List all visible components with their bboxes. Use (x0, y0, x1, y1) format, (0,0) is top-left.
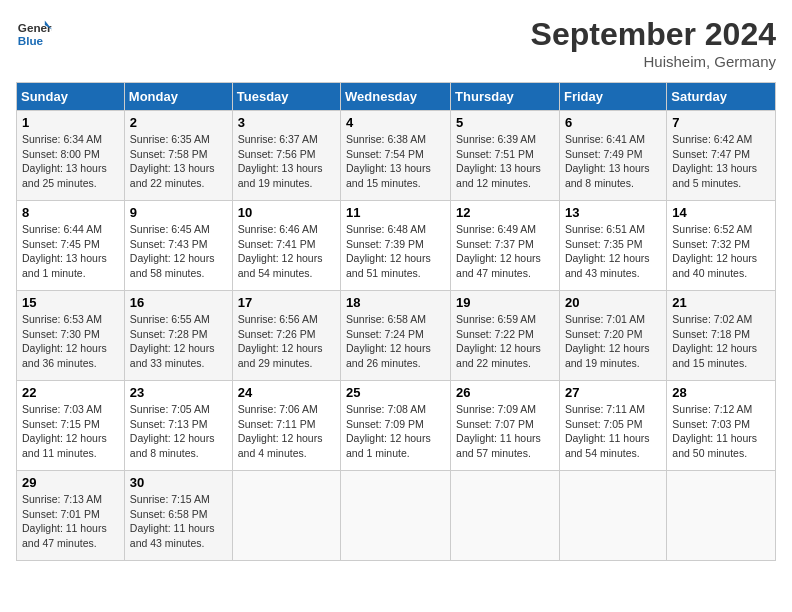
day-cell (232, 471, 340, 561)
day-cell: 24Sunrise: 7:06 AMSunset: 7:11 PMDayligh… (232, 381, 340, 471)
day-cell: 4Sunrise: 6:38 AMSunset: 7:54 PMDaylight… (341, 111, 451, 201)
day-cell: 1Sunrise: 6:34 AMSunset: 8:00 PMDaylight… (17, 111, 125, 201)
day-cell (451, 471, 560, 561)
col-monday: Monday (124, 83, 232, 111)
day-cell: 19Sunrise: 6:59 AMSunset: 7:22 PMDayligh… (451, 291, 560, 381)
day-cell: 11Sunrise: 6:48 AMSunset: 7:39 PMDayligh… (341, 201, 451, 291)
day-cell: 28Sunrise: 7:12 AMSunset: 7:03 PMDayligh… (667, 381, 776, 471)
day-cell: 3Sunrise: 6:37 AMSunset: 7:56 PMDaylight… (232, 111, 340, 201)
col-saturday: Saturday (667, 83, 776, 111)
day-cell: 9Sunrise: 6:45 AMSunset: 7:43 PMDaylight… (124, 201, 232, 291)
day-cell: 15Sunrise: 6:53 AMSunset: 7:30 PMDayligh… (17, 291, 125, 381)
col-wednesday: Wednesday (341, 83, 451, 111)
col-friday: Friday (559, 83, 666, 111)
day-cell (559, 471, 666, 561)
week-row-3: 15Sunrise: 6:53 AMSunset: 7:30 PMDayligh… (17, 291, 776, 381)
day-cell: 18Sunrise: 6:58 AMSunset: 7:24 PMDayligh… (341, 291, 451, 381)
day-cell: 20Sunrise: 7:01 AMSunset: 7:20 PMDayligh… (559, 291, 666, 381)
day-cell: 8Sunrise: 6:44 AMSunset: 7:45 PMDaylight… (17, 201, 125, 291)
day-cell: 26Sunrise: 7:09 AMSunset: 7:07 PMDayligh… (451, 381, 560, 471)
day-cell: 6Sunrise: 6:41 AMSunset: 7:49 PMDaylight… (559, 111, 666, 201)
week-row-1: 1Sunrise: 6:34 AMSunset: 8:00 PMDaylight… (17, 111, 776, 201)
col-tuesday: Tuesday (232, 83, 340, 111)
day-cell (341, 471, 451, 561)
week-row-4: 22Sunrise: 7:03 AMSunset: 7:15 PMDayligh… (17, 381, 776, 471)
day-cell: 14Sunrise: 6:52 AMSunset: 7:32 PMDayligh… (667, 201, 776, 291)
month-title: September 2024 (531, 16, 776, 53)
day-cell: 21Sunrise: 7:02 AMSunset: 7:18 PMDayligh… (667, 291, 776, 381)
week-row-5: 29Sunrise: 7:13 AMSunset: 7:01 PMDayligh… (17, 471, 776, 561)
day-cell: 23Sunrise: 7:05 AMSunset: 7:13 PMDayligh… (124, 381, 232, 471)
day-cell: 7Sunrise: 6:42 AMSunset: 7:47 PMDaylight… (667, 111, 776, 201)
location: Huisheim, Germany (531, 53, 776, 70)
day-cell: 10Sunrise: 6:46 AMSunset: 7:41 PMDayligh… (232, 201, 340, 291)
day-cell (667, 471, 776, 561)
day-cell: 30Sunrise: 7:15 AMSunset: 6:58 PMDayligh… (124, 471, 232, 561)
week-row-2: 8Sunrise: 6:44 AMSunset: 7:45 PMDaylight… (17, 201, 776, 291)
day-cell: 25Sunrise: 7:08 AMSunset: 7:09 PMDayligh… (341, 381, 451, 471)
page-header: General Blue September 2024 Huisheim, Ge… (16, 16, 776, 70)
day-cell: 17Sunrise: 6:56 AMSunset: 7:26 PMDayligh… (232, 291, 340, 381)
day-cell: 12Sunrise: 6:49 AMSunset: 7:37 PMDayligh… (451, 201, 560, 291)
title-block: September 2024 Huisheim, Germany (531, 16, 776, 70)
day-cell: 29Sunrise: 7:13 AMSunset: 7:01 PMDayligh… (17, 471, 125, 561)
col-thursday: Thursday (451, 83, 560, 111)
logo-icon: General Blue (16, 16, 52, 52)
day-cell: 22Sunrise: 7:03 AMSunset: 7:15 PMDayligh… (17, 381, 125, 471)
header-row: Sunday Monday Tuesday Wednesday Thursday… (17, 83, 776, 111)
day-cell: 5Sunrise: 6:39 AMSunset: 7:51 PMDaylight… (451, 111, 560, 201)
col-sunday: Sunday (17, 83, 125, 111)
svg-text:Blue: Blue (18, 34, 44, 47)
logo: General Blue (16, 16, 52, 52)
day-cell: 2Sunrise: 6:35 AMSunset: 7:58 PMDaylight… (124, 111, 232, 201)
calendar-table: Sunday Monday Tuesday Wednesday Thursday… (16, 82, 776, 561)
day-cell: 27Sunrise: 7:11 AMSunset: 7:05 PMDayligh… (559, 381, 666, 471)
day-cell: 16Sunrise: 6:55 AMSunset: 7:28 PMDayligh… (124, 291, 232, 381)
day-cell: 13Sunrise: 6:51 AMSunset: 7:35 PMDayligh… (559, 201, 666, 291)
